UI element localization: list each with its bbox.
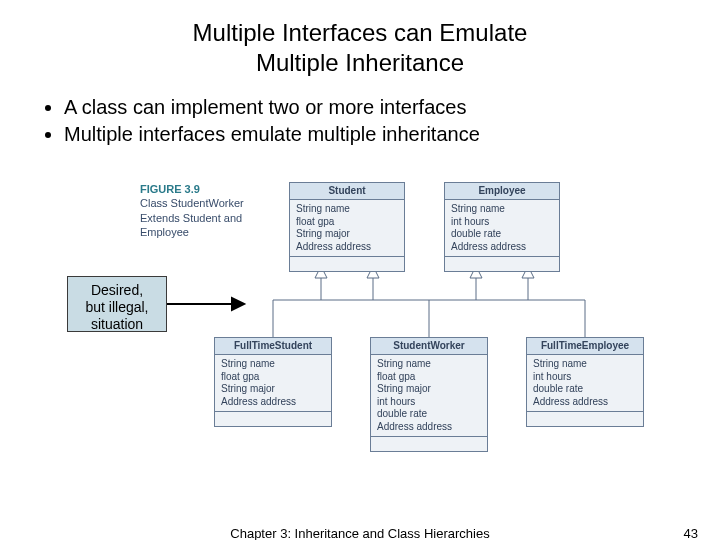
bullet-item: Multiple interfaces emulate multiple inh… bbox=[64, 123, 720, 146]
uml-class-name: FullTimeStudent bbox=[215, 338, 331, 355]
uml-class-employee: Employee String name int hours double ra… bbox=[444, 182, 560, 272]
uml-class-attrs: String name float gpa String major Addre… bbox=[290, 200, 404, 257]
uml-class-ops bbox=[371, 437, 487, 451]
callout-box: Desired, but illegal, situation bbox=[67, 276, 167, 332]
uml-class-ops bbox=[215, 412, 331, 426]
uml-class-ops bbox=[445, 257, 559, 271]
uml-class-student: Student String name float gpa String maj… bbox=[289, 182, 405, 272]
bullet-item: A class can implement two or more interf… bbox=[64, 96, 720, 119]
chapter-label: Chapter 3: Inheritance and Class Hierarc… bbox=[230, 526, 489, 540]
title-line-2: Multiple Inheritance bbox=[256, 49, 464, 76]
uml-class-studentworker: StudentWorker String name float gpa Stri… bbox=[370, 337, 488, 452]
uml-class-name: FullTimeEmployee bbox=[527, 338, 643, 355]
uml-class-name: Student bbox=[290, 183, 404, 200]
uml-class-attrs: String name float gpa String major Addre… bbox=[215, 355, 331, 412]
uml-class-attrs: String name float gpa String major int h… bbox=[371, 355, 487, 437]
svg-marker-14 bbox=[232, 298, 244, 310]
uml-class-attrs: String name int hours double rate Addres… bbox=[445, 200, 559, 257]
uml-class-ops bbox=[527, 412, 643, 426]
uml-class-fulltimeemployee: FullTimeEmployee String name int hours d… bbox=[526, 337, 644, 427]
slide-title: Multiple Interfaces can Emulate Multiple… bbox=[0, 18, 720, 78]
uml-figure: FIGURE 3.9 Class StudentWorker Extends S… bbox=[54, 182, 664, 472]
uml-class-attrs: String name int hours double rate Addres… bbox=[527, 355, 643, 412]
callout-line: situation bbox=[91, 316, 143, 332]
uml-class-ops bbox=[290, 257, 404, 271]
uml-class-fulltimestudent: FullTimeStudent String name float gpa St… bbox=[214, 337, 332, 427]
page-number: 43 bbox=[684, 526, 698, 540]
bullet-list: A class can implement two or more interf… bbox=[24, 96, 720, 146]
callout-line: but illegal, bbox=[85, 299, 148, 315]
uml-class-name: Employee bbox=[445, 183, 559, 200]
title-line-1: Multiple Interfaces can Emulate bbox=[193, 19, 528, 46]
uml-class-name: StudentWorker bbox=[371, 338, 487, 355]
callout-line: Desired, bbox=[91, 282, 143, 298]
